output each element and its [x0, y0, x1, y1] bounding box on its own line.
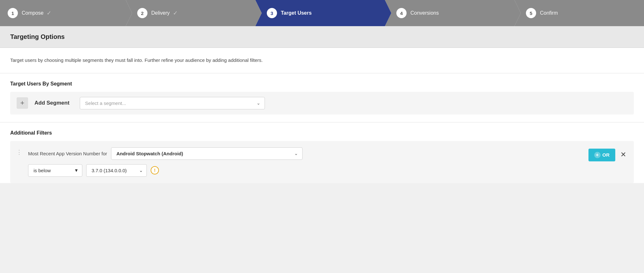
condition-select-wrapper: is below is above equals ▼ [28, 164, 82, 177]
description-section: Target users by choosing multiple segmen… [0, 48, 644, 73]
remove-filter-button[interactable]: ✕ [619, 149, 627, 161]
step-conversions[interactable]: 4 Conversions [385, 0, 514, 26]
segment-select-wrapper: Select a segment... ⌄ [80, 97, 265, 109]
main-content: Targeting Options Target users by choosi… [0, 26, 644, 183]
step-check-delivery: ✓ [173, 10, 178, 17]
step-number-target: 3 [267, 8, 277, 18]
step-delivery[interactable]: 2 Delivery ✓ [126, 0, 255, 26]
filter-bottom-row: is below is above equals ▼ 3.7.0 (134.0.… [28, 164, 588, 177]
step-number-compose: 1 [8, 8, 18, 18]
step-compose[interactable]: 1 Compose ✓ [0, 0, 126, 26]
step-confirm[interactable]: 5 Confirm [514, 0, 644, 26]
app-select-wrapper: Android Stopwatch (Android) ⌄ [111, 147, 303, 160]
segment-section-title: Target Users By Segment [10, 81, 634, 87]
version-select[interactable]: 3.7.0 (134.0.0.0) [86, 164, 147, 177]
remove-filter-icon: ✕ [620, 151, 626, 159]
condition-select[interactable]: is below is above equals [28, 164, 82, 177]
filter-actions: + OR ✕ [588, 147, 628, 161]
add-segment-plus-button[interactable]: + [17, 97, 28, 109]
step-number-confirm: 5 [526, 8, 536, 18]
step-number-conversions: 4 [396, 8, 407, 18]
filter-top-row: Most Recent App Version Number for Andro… [28, 147, 588, 160]
or-button-label: OR [603, 152, 610, 158]
step-check-compose: ✓ [47, 10, 51, 17]
filter-row: ⋮ Most Recent App Version Number for And… [10, 141, 634, 183]
segment-section: Target Users By Segment + Add Segment Se… [0, 73, 644, 122]
app-select[interactable]: Android Stopwatch (Android) [111, 147, 303, 160]
filter-content: Most Recent App Version Number for Andro… [28, 147, 588, 177]
targeting-options-title: Targeting Options [10, 33, 634, 41]
step-label-compose: Compose [22, 10, 43, 16]
step-number-delivery: 2 [137, 8, 147, 18]
step-target-users[interactable]: 3 Target Users [255, 0, 385, 26]
filters-section-title: Additional Filters [10, 130, 634, 136]
info-icon[interactable]: ! [151, 166, 159, 174]
step-label-conversions: Conversions [410, 10, 439, 16]
filters-section: Additional Filters ⋮ Most Recent App Ver… [0, 122, 644, 183]
or-plus-icon: + [594, 152, 601, 158]
or-button[interactable]: + OR [588, 149, 616, 161]
step-label-delivery: Delivery [151, 10, 170, 16]
stepper: 1 Compose ✓ 2 Delivery ✓ 3 Target Users … [0, 0, 644, 26]
step-label-confirm: Confirm [540, 10, 558, 16]
step-label-target: Target Users [281, 10, 312, 16]
add-segment-label: Add Segment [34, 100, 70, 106]
add-segment-row: + Add Segment Select a segment... ⌄ [10, 92, 634, 114]
segment-select[interactable]: Select a segment... [80, 97, 265, 109]
version-select-wrapper: 3.7.0 (134.0.0.0) ⌄ [86, 164, 147, 177]
filter-label: Most Recent App Version Number for [28, 151, 107, 156]
targeting-options-header: Targeting Options [0, 26, 644, 48]
description-text: Target users by choosing multiple segmen… [10, 57, 634, 64]
drag-handle[interactable]: ⋮ [10, 147, 28, 156]
